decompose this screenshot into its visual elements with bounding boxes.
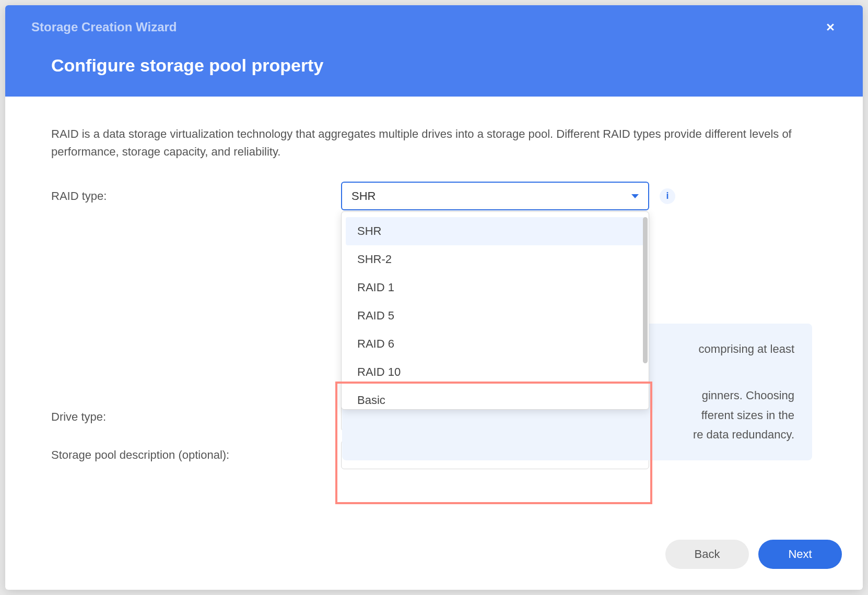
raid-type-value: SHR (351, 189, 376, 203)
info-icon: i (666, 191, 668, 201)
back-button[interactable]: Back (665, 540, 749, 569)
raid-type-label: RAID type: (51, 189, 341, 203)
drive-type-label: Drive type: (51, 410, 341, 424)
dropdown-scrollbar[interactable] (643, 217, 648, 363)
pool-description-label: Storage pool description (optional): (51, 448, 341, 462)
raid-option-raid-10[interactable]: RAID 10 (346, 358, 644, 386)
wizard-title: Storage Creation Wizard (31, 20, 177, 34)
next-button[interactable]: Next (758, 540, 842, 569)
raid-option-raid-6[interactable]: RAID 6 (346, 330, 644, 358)
close-button[interactable] (824, 21, 837, 33)
dialog-body: RAID is a data storage virtualization te… (5, 97, 863, 529)
raid-type-select[interactable]: SHR (341, 182, 649, 210)
storage-wizard-dialog: Storage Creation Wizard Configure storag… (5, 5, 863, 590)
raid-option-shr[interactable]: SHR (346, 217, 644, 245)
raid-description: RAID is a data storage virtualization te… (51, 125, 817, 161)
close-icon (825, 22, 836, 32)
raid-option-basic[interactable]: Basic (346, 386, 644, 408)
raid-type-dropdown: SHRSHR-2RAID 1RAID 5RAID 6RAID 10Basic (341, 211, 649, 410)
raid-option-shr-2[interactable]: SHR-2 (346, 245, 644, 273)
raid-option-raid-5[interactable]: RAID 5 (346, 302, 644, 330)
dialog-header: Storage Creation Wizard Configure storag… (5, 5, 863, 97)
page-title: Configure storage pool property (51, 55, 837, 76)
raid-type-info-button[interactable]: i (660, 188, 675, 204)
raid-option-raid-1[interactable]: RAID 1 (346, 273, 644, 302)
raid-type-row: RAID type: SHR SHRSHR-2RAID 1RAID 5RAID … (51, 182, 817, 210)
chevron-down-icon (631, 194, 639, 198)
dialog-footer: Back Next (5, 529, 863, 590)
